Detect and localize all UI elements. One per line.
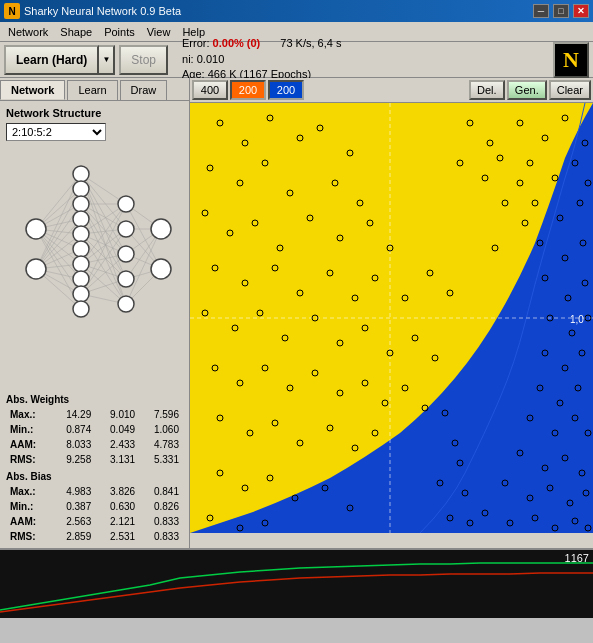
n-logo: N [553, 42, 589, 78]
svg-point-61 [73, 226, 89, 242]
b-v3: 0.826 [139, 499, 183, 514]
w-v3: 7.596 [139, 407, 183, 422]
nn-svg [6, 149, 176, 349]
network-structure-title: Network Structure [6, 107, 183, 119]
close-button[interactable]: ✕ [573, 4, 589, 18]
w-v2: 9.010 [95, 407, 139, 422]
svg-point-59 [73, 196, 89, 212]
titlebar: N Sharky Neural Network 0.9 Beta ─ □ ✕ [0, 0, 593, 22]
viz-canvas: 1,0 [190, 103, 593, 533]
b-v2: 0.630 [95, 499, 139, 514]
tab-network[interactable]: Network [0, 80, 65, 100]
table-row: AAM: 8.033 2.433 4.783 [6, 437, 183, 452]
b-label: Max.: [6, 484, 51, 499]
svg-point-56 [26, 259, 46, 279]
b-label: RMS: [6, 529, 51, 544]
bias-table: Max.: 4.983 3.826 0.841 Min.: 0.387 0.63… [6, 484, 183, 544]
tab-learn[interactable]: Learn [67, 80, 117, 100]
svg-point-64 [73, 271, 89, 287]
svg-point-67 [118, 196, 134, 212]
status-error-label: Error: 0.00% (0) [182, 36, 260, 51]
stop-button[interactable]: Stop [119, 45, 168, 75]
window-title: Sharky Neural Network 0.9 Beta [24, 5, 529, 17]
svg-point-68 [118, 221, 134, 237]
svg-point-73 [151, 259, 171, 279]
svg-point-66 [73, 301, 89, 317]
w-label: RMS: [6, 452, 51, 467]
table-row: RMS: 2.859 2.531 0.833 [6, 529, 183, 544]
w-v1: 14.29 [51, 407, 95, 422]
status-area: Error: 0.00% (0) 73 K/s, 6,4 s ni: 0.010… [182, 36, 549, 82]
table-row: Max.: 4.983 3.826 0.841 [6, 484, 183, 499]
w-v2: 3.131 [95, 452, 139, 467]
learn-button-group: Learn (Hard) ▼ [4, 45, 115, 75]
svg-point-55 [26, 219, 46, 239]
nn-diagram [6, 149, 183, 351]
network-structure-select[interactable]: 2:10:5:2 [6, 123, 106, 141]
svg-point-57 [73, 166, 89, 182]
ni-value: 0.010 [197, 53, 225, 65]
b-v1: 2.563 [51, 514, 95, 529]
btn-200a[interactable]: 200 [230, 80, 266, 100]
btn-400[interactable]: 400 [192, 80, 228, 100]
svg-point-63 [73, 256, 89, 272]
table-row: AAM: 2.563 2.121 0.833 [6, 514, 183, 529]
w-v1: 9.258 [51, 452, 95, 467]
w-label: AAM: [6, 437, 51, 452]
b-v1: 2.859 [51, 529, 95, 544]
table-row: RMS: 9.258 3.131 5.331 [6, 452, 183, 467]
b-v2: 3.826 [95, 484, 139, 499]
b-v2: 2.121 [95, 514, 139, 529]
btn-del[interactable]: Del. [469, 80, 505, 100]
learn-dropdown[interactable]: ▼ [99, 45, 115, 75]
btn-clear[interactable]: Clear [549, 80, 591, 100]
w-label: Max.: [6, 407, 51, 422]
svg-point-69 [118, 246, 134, 262]
svg-point-65 [73, 286, 89, 302]
table-row: Min.: 0.874 0.049 1.060 [6, 422, 183, 437]
network-panel: Network Structure 2:10:5:2 [0, 101, 189, 390]
menu-points[interactable]: Points [98, 24, 141, 40]
chart-svg [0, 550, 593, 618]
coord-label: 1,0 [570, 314, 584, 325]
table-row: Min.: 0.387 0.630 0.826 [6, 499, 183, 514]
svg-point-70 [118, 271, 134, 287]
epoch-label: 1167 [565, 552, 589, 564]
w-v3: 5.331 [139, 452, 183, 467]
menu-shape[interactable]: Shape [54, 24, 98, 40]
tab-bar: Network Learn Draw [0, 78, 189, 101]
status-speed: 73 K/s, 6,4 s [280, 36, 341, 51]
main-content: Network Learn Draw Network Structure 2:1… [0, 78, 593, 548]
ni-label: ni: [182, 53, 194, 65]
error-value: 0.00% (0) [213, 37, 261, 49]
abs-bias-title: Abs. Bias [6, 471, 183, 482]
error-label: Error: [182, 37, 210, 49]
svg-point-72 [151, 219, 171, 239]
minimize-button[interactable]: ─ [533, 4, 549, 18]
b-v3: 0.833 [139, 514, 183, 529]
b-label: Min.: [6, 499, 51, 514]
svg-point-71 [118, 296, 134, 312]
learn-button[interactable]: Learn (Hard) [4, 45, 99, 75]
maximize-button[interactable]: □ [553, 4, 569, 18]
toolbar: Learn (Hard) ▼ Stop Error: 0.00% (0) 73 … [0, 42, 593, 78]
w-v1: 0.874 [51, 422, 95, 437]
b-v3: 0.841 [139, 484, 183, 499]
weights-table: Max.: 14.29 9.010 7.596 Min.: 0.874 0.04… [6, 407, 183, 467]
b-v1: 4.983 [51, 484, 95, 499]
b-label: AAM: [6, 514, 51, 529]
app-icon: N [4, 3, 20, 19]
tab-draw[interactable]: Draw [120, 80, 168, 100]
b-v3: 0.833 [139, 529, 183, 544]
menu-view[interactable]: View [141, 24, 177, 40]
btn-gen[interactable]: Gen. [507, 80, 547, 100]
w-v3: 1.060 [139, 422, 183, 437]
menu-network[interactable]: Network [2, 24, 54, 40]
ni-row: ni: 0.010 [182, 52, 224, 67]
viz-panel: 400 200 200 Del. Gen. Clear [190, 78, 593, 548]
w-v1: 8.033 [51, 437, 95, 452]
btn-200b[interactable]: 200 [268, 80, 304, 100]
b-v2: 2.531 [95, 529, 139, 544]
w-v2: 2.433 [95, 437, 139, 452]
left-panel: Network Learn Draw Network Structure 2:1… [0, 78, 190, 548]
